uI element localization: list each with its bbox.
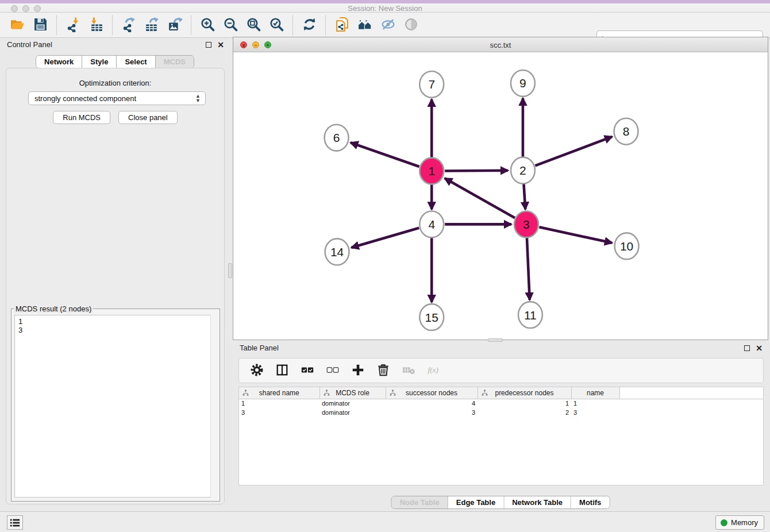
column-header-shared-name[interactable]: shared name [239,387,319,399]
mcds-result-text[interactable]: 1 3 [14,315,217,498]
column-label: name [587,389,604,397]
float-table-panel-icon[interactable] [744,345,750,351]
tab-style[interactable]: Style [82,56,117,68]
duplicate-network-button[interactable] [330,16,353,35]
close-panel-button[interactable]: Close panel [118,111,178,124]
graph-node-7[interactable]: 7 [419,71,444,98]
edge-2-8[interactable] [535,137,612,166]
cell-name[interactable]: 1 [571,399,619,408]
cell-predecessor-nodes[interactable]: 1 [478,399,571,408]
delete-column-button[interactable] [375,362,392,379]
close-table-panel-icon[interactable]: ✕ [756,345,763,351]
fx-icon: f(x) [427,363,441,379]
graph-node-4[interactable]: 4 [419,211,444,237]
graph-node-9[interactable]: 9 [511,70,535,97]
export-image-button[interactable] [163,16,186,35]
zoom-selected-button[interactable] [265,16,288,35]
delete-table-button [400,362,417,379]
zoom-fit-button[interactable] [242,16,265,35]
window-title: Session: New Session [0,4,770,13]
table-row[interactable]: 3dominator323 [239,408,763,417]
cell-successor-nodes[interactable]: 3 [386,408,478,417]
node-label: 14 [330,245,344,259]
edge-3-11[interactable] [527,237,530,300]
horizontal-splitter-handle[interactable] [488,338,503,342]
graph-node-2[interactable]: 2 [511,157,535,184]
graph-node-3[interactable]: 3 [514,211,538,237]
main-toolbar: ⌕ [0,13,770,38]
graph-node-15[interactable]: 15 [419,304,444,330]
memory-label: Memory [731,518,758,527]
refresh-button[interactable] [298,16,321,35]
run-mcds-button[interactable]: Run MCDS [53,111,110,124]
graph-node-1[interactable]: 1 [419,158,444,184]
zoom-out-button[interactable] [219,16,242,35]
table-row[interactable]: 1dominator411 [239,399,763,408]
hide-selected-button[interactable] [376,16,399,35]
import-table-button[interactable] [84,16,107,35]
cell-MCDS-role[interactable]: dominator [319,399,386,408]
show-columns-button[interactable] [274,362,291,379]
graph-node-6[interactable]: 6 [325,125,349,151]
node-label: 8 [623,125,630,138]
cell-name[interactable]: 3 [571,408,619,417]
network-canvas[interactable]: 7968124314101511 [233,52,768,340]
edge-1-6[interactable] [351,142,419,167]
tab-motifs[interactable]: Motifs [571,496,609,508]
column-header-MCDS-role[interactable]: MCDS role [319,387,386,399]
column-header-name[interactable]: name [571,387,619,399]
list-icon [9,518,21,528]
open-session-button[interactable] [6,16,29,35]
cell-shared-name[interactable]: 1 [239,399,319,408]
network-window-titlebar[interactable]: x − + scc.txt [233,37,768,52]
graph-node-11[interactable]: 11 [518,302,542,328]
select-all-button[interactable] [299,362,316,379]
zoom-in-button[interactable] [196,16,219,35]
save-session-button[interactable] [29,16,52,35]
column-header-successor-nodes[interactable]: successor nodes [386,387,478,399]
cell-successor-nodes[interactable]: 4 [386,399,478,408]
vertical-splitter-handle[interactable] [228,263,232,278]
table-settings-button[interactable] [248,362,265,379]
deselect-all-button[interactable] [324,362,341,379]
edge-3-1[interactable] [445,178,515,218]
graph-node-8[interactable]: 8 [614,118,638,145]
optimization-criterion-select[interactable]: strongly connected component ▲▼ [28,91,206,105]
float-panel-icon[interactable] [206,42,211,48]
edge-4-14[interactable] [351,228,419,248]
cell-MCDS-role[interactable]: dominator [319,408,386,417]
edge-3-10[interactable] [539,227,612,243]
tab-network-table[interactable]: Network Table [504,496,571,508]
tab-node-table[interactable]: Node Table [392,496,448,508]
edge-2-3[interactable] [523,183,525,209]
tab-edge-table[interactable]: Edge Table [448,496,504,508]
hierarchy-icon [390,390,396,398]
refresh-icon [302,17,317,34]
result-scrollbar[interactable] [210,315,217,498]
control-panel-tabs: NetworkStyleSelectMCDS [36,55,194,68]
memory-button[interactable]: Memory [715,515,764,530]
graph-node-10[interactable]: 10 [615,233,639,259]
tab-select[interactable]: Select [117,56,155,68]
cell-predecessor-nodes[interactable]: 2 [478,408,571,417]
network-graph[interactable]: 7968124314101511 [233,52,768,340]
tab-network[interactable]: Network [36,56,82,68]
column-header-predecessor-nodes[interactable]: predecessor nodes [478,387,571,399]
add-column-button[interactable] [349,362,367,379]
import-network-button[interactable] [61,16,84,35]
first-neighbors-button[interactable] [353,16,376,35]
mcds-result-group: MCDS result (2 nodes) 1 3 [11,309,220,502]
export-network-button[interactable] [117,16,140,35]
cell-shared-name[interactable]: 3 [239,408,319,417]
node-label: 1 [428,164,435,178]
open-folder-icon [10,17,25,34]
close-panel-icon[interactable]: ✕ [217,42,224,48]
graph-node-14[interactable]: 14 [325,238,349,265]
cell-filler [619,408,763,417]
export-table-button[interactable] [140,16,163,35]
task-history-button[interactable] [7,515,23,530]
function-builder-button: f(x) [425,362,442,379]
deselect-all-icon [326,363,340,379]
tab-mcds[interactable]: MCDS [156,56,194,68]
edge-1-2[interactable] [445,171,508,171]
